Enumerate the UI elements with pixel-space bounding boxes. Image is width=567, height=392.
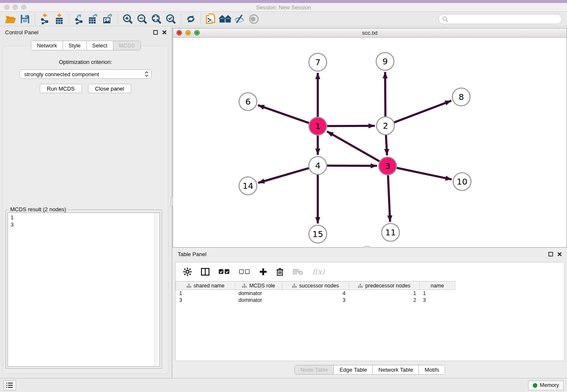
network-window-titlebar[interactable]: ✕ − + scc.txt xyxy=(173,28,567,38)
vertical-splitter-handle[interactable] xyxy=(171,197,173,206)
node-table-container: f(x) shared name MCDS role successor nod… xyxy=(175,262,564,361)
graph-node-label-10: 10 xyxy=(457,177,467,187)
search-icon xyxy=(442,16,448,22)
toolbar-separator xyxy=(201,14,201,24)
toolbar-separator xyxy=(35,14,35,24)
combo-stepper-icon xyxy=(145,71,149,77)
network-graph[interactable]: 7968124314101511 xyxy=(173,38,567,247)
search-input[interactable] xyxy=(450,16,558,22)
graph-edge-4-14[interactable] xyxy=(258,168,309,183)
graph-edge-2-9[interactable] xyxy=(385,72,385,116)
tab-select[interactable]: Select xyxy=(87,41,113,50)
cell-predecessor-nodes[interactable]: 2 xyxy=(349,297,420,304)
cell-shared-name[interactable]: 3 xyxy=(176,297,235,304)
toolbar-separator xyxy=(69,14,69,24)
add-row-icon[interactable] xyxy=(259,268,267,276)
table-panel-title: Table Panel xyxy=(178,251,206,257)
graph-edge-1-2[interactable] xyxy=(327,126,375,126)
column-browser-icon[interactable] xyxy=(201,268,209,276)
tab-node-table[interactable]: Node Table xyxy=(295,365,334,374)
graph-edge-2-3[interactable] xyxy=(386,135,387,155)
column-header-mcds-role[interactable]: MCDS role xyxy=(235,282,282,290)
column-header-name[interactable]: name xyxy=(420,282,455,290)
memory-status-icon xyxy=(533,383,537,388)
table-panel-tabs: Node Table Edge Table Network Table Moti… xyxy=(173,365,567,375)
cell-successor-nodes[interactable]: 4 xyxy=(282,290,349,297)
export-image-icon[interactable] xyxy=(101,13,115,25)
graph-edge-3-11[interactable] xyxy=(388,175,390,222)
graph-node-label-9: 9 xyxy=(383,56,388,66)
tab-style[interactable]: Style xyxy=(63,41,87,50)
table-row[interactable]: 1 dominator 4 1 1 xyxy=(176,290,564,297)
optimization-criterion-select[interactable]: strongly connected component xyxy=(19,69,151,79)
import-table-icon[interactable] xyxy=(52,13,66,25)
graph-edge-3-10[interactable] xyxy=(397,168,452,179)
zoom-in-icon[interactable] xyxy=(121,13,135,25)
close-panel-button[interactable]: Close panel xyxy=(88,84,132,93)
select-all-checks-icon[interactable] xyxy=(219,269,230,274)
cell-name[interactable]: 1 xyxy=(420,290,455,297)
refresh-styles-icon[interactable] xyxy=(184,13,198,25)
save-session-icon[interactable] xyxy=(18,13,32,25)
memory-button[interactable]: Memory xyxy=(528,381,564,390)
window-accent-strip xyxy=(0,0,567,3)
cell-mcds-role[interactable]: dominator xyxy=(235,290,282,297)
optimization-criterion-label: Optimization criterion: xyxy=(3,59,168,65)
table-panel: Table Panel xyxy=(173,248,567,378)
mcds-result-line: 3 xyxy=(11,221,157,228)
zoom-selected-icon[interactable] xyxy=(164,13,178,25)
cell-mcds-role[interactable]: dominator xyxy=(235,297,282,304)
export-table-icon[interactable] xyxy=(86,13,101,25)
toolbar-separator xyxy=(118,14,118,24)
import-network-icon[interactable] xyxy=(38,13,52,25)
duplicate-network-icon[interactable] xyxy=(204,13,218,25)
show-panels-list-button[interactable] xyxy=(3,380,16,390)
mcds-result-title: MCDS result (2 nodes) xyxy=(8,206,68,213)
float-table-panel-icon[interactable] xyxy=(548,252,553,257)
toolbar-separator xyxy=(181,14,181,24)
hide-graphics-details-icon[interactable] xyxy=(232,13,247,25)
cell-successor-nodes[interactable]: 3 xyxy=(282,297,349,304)
delete-row-icon[interactable] xyxy=(276,268,284,276)
network-canvas[interactable]: 7968124314101511 xyxy=(173,38,567,247)
open-session-icon[interactable] xyxy=(3,13,18,25)
table-row[interactable]: 3 dominator 3 2 3 xyxy=(176,297,564,304)
search-area xyxy=(438,14,562,24)
tab-mcds[interactable]: MCDS xyxy=(113,41,140,50)
deselect-all-checks-icon[interactable] xyxy=(239,269,250,274)
mcds-result-line: 1 xyxy=(11,214,157,221)
graph-edge-4-3[interactable] xyxy=(327,166,377,166)
tab-network-table[interactable]: Network Table xyxy=(373,365,419,374)
graph-edge-1-6[interactable] xyxy=(258,105,309,123)
column-type-icon xyxy=(292,284,297,288)
run-mcds-button[interactable]: Run MCDS xyxy=(40,84,82,93)
mcds-panel: Optimization criterion: strongly connect… xyxy=(3,46,168,374)
table-settings-gear-icon[interactable] xyxy=(183,268,192,276)
column-header-filler xyxy=(455,282,564,290)
column-header-successor-nodes[interactable]: successor nodes xyxy=(282,282,349,290)
graph-edge-2-8[interactable] xyxy=(394,101,451,122)
tab-network[interactable]: Network xyxy=(31,41,63,50)
search-field[interactable] xyxy=(438,14,562,24)
mcds-result-textarea[interactable]: 1 3 xyxy=(8,213,160,367)
cell-predecessor-nodes[interactable]: 1 xyxy=(349,290,420,297)
mcds-result-scrollbar[interactable] xyxy=(154,213,160,366)
graph-node-label-1: 1 xyxy=(315,121,321,131)
show-graphics-details-icon[interactable] xyxy=(247,13,261,25)
close-panel-icon[interactable] xyxy=(162,30,167,35)
float-panel-icon[interactable] xyxy=(153,30,158,35)
cell-name[interactable]: 3 xyxy=(420,297,455,304)
cell-shared-name[interactable]: 1 xyxy=(176,290,235,297)
list-icon xyxy=(6,382,13,388)
column-header-shared-name[interactable]: shared name xyxy=(176,282,235,290)
column-header-predecessor-nodes[interactable]: predecessor nodes xyxy=(349,282,420,290)
first-neighbors-icon[interactable] xyxy=(218,13,232,25)
tab-edge-table[interactable]: Edge Table xyxy=(334,365,373,374)
tab-motifs[interactable]: Motifs xyxy=(419,365,445,374)
zoom-fit-icon[interactable] xyxy=(149,13,164,25)
close-table-panel-icon[interactable] xyxy=(557,252,562,257)
zoom-out-icon[interactable] xyxy=(135,13,149,25)
export-network-icon[interactable] xyxy=(72,13,86,25)
graph-node-label-11: 11 xyxy=(385,227,396,237)
graph-edge-3-1[interactable] xyxy=(327,131,380,161)
